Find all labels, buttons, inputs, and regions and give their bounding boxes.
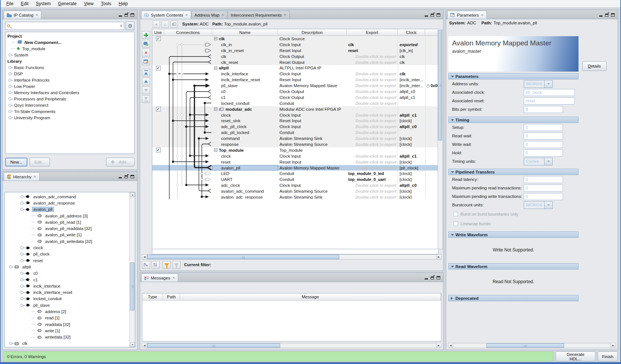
table-row[interactable]: clk_resetReset OutputDouble-click to exp… <box>152 59 438 65</box>
expander-icon[interactable] <box>20 272 23 275</box>
move-top-button[interactable] <box>142 69 150 76</box>
table-row[interactable]: locked_conduitConduitDouble-click to exp… <box>152 100 438 106</box>
hierarchy-item[interactable]: writedata [32] <box>5 334 135 340</box>
clock-cell[interactable]: altpll_c1 <box>398 95 425 100</box>
expander-icon[interactable] <box>9 110 11 113</box>
clock-cell[interactable]: [clock] <box>398 135 425 141</box>
table-row[interactable]: clockClock InputDouble-click to exportal… <box>152 112 438 118</box>
table-group-row[interactable]: ✓Top_moduleTop_module <box>152 147 438 153</box>
section-header-write-waveform[interactable]: Write Waveform <box>448 231 578 238</box>
export-cell[interactable]: Double-click to export <box>347 118 398 124</box>
module-view-button[interactable] <box>170 21 178 28</box>
section-header-parameters[interactable]: Parameters <box>448 73 578 79</box>
section-header-deprecated[interactable]: Deprecated <box>448 295 578 301</box>
library-item-tri-state-components[interactable]: Tri-State Components <box>6 108 134 114</box>
table-row[interactable]: responseAvalon Streaming SourceDouble-cl… <box>152 141 438 147</box>
add-component-button[interactable] <box>142 40 150 48</box>
expander-icon[interactable] <box>9 85 11 88</box>
export-cell[interactable]: reset <box>347 48 398 54</box>
clock-cell[interactable]: [clock] <box>398 159 425 165</box>
param-select[interactable]: WORDS <box>524 201 553 209</box>
expanded-arrow-icon[interactable] <box>451 266 454 268</box>
table-group-row[interactable]: ✓modular_adcModular ADC core Intel FPGA … <box>152 106 438 112</box>
expander-icon[interactable] <box>20 291 23 294</box>
parameters-hscrollbar[interactable]: ◀ ▶ <box>448 343 616 348</box>
tab-ip-catalog[interactable]: IP Catalog ✕ <box>4 11 41 19</box>
clock-cell[interactable]: clk <box>398 71 425 77</box>
maximize-icon[interactable] <box>130 175 134 178</box>
export-cell[interactable] <box>347 106 398 112</box>
clock-cell[interactable]: [clock] <box>398 171 425 176</box>
expander-icon[interactable] <box>9 72 11 75</box>
move-up-button[interactable] <box>142 78 150 85</box>
clock-cell[interactable]: altpll_c0 <box>398 89 425 95</box>
hierarchy-item[interactable]: c0 <box>5 270 135 277</box>
clock-cell[interactable] <box>398 65 425 71</box>
expander-icon[interactable] <box>9 54 11 56</box>
expanded-arrow-icon[interactable] <box>451 76 454 78</box>
export-cell[interactable] <box>347 65 398 71</box>
hierarchy-item[interactable]: pll_clock <box>5 251 135 257</box>
float-icon[interactable] <box>431 277 434 279</box>
param-checkbox-burst-on-burst-boundaries-only[interactable]: Burst on burst boundaries only <box>454 210 578 219</box>
close-icon[interactable]: ✕ <box>221 13 224 17</box>
column-header-name[interactable]: Name <box>212 29 278 35</box>
expander-icon[interactable] <box>20 253 23 255</box>
export-cell[interactable]: Double-click to export <box>347 100 398 106</box>
expander-icon[interactable] <box>20 246 23 249</box>
export-cell[interactable]: Double-click to export <box>347 71 398 77</box>
scroll-down-icon[interactable]: ▼ <box>130 342 135 347</box>
column-header-connections[interactable]: Connections <box>164 29 212 35</box>
clock-cell[interactable]: [clk_in] <box>398 48 425 54</box>
hierarchy-item[interactable]: avalon_pll_write [1] <box>5 232 135 238</box>
generate-hdl-button[interactable]: Generate HDL... <box>556 351 595 361</box>
hierarchy-item[interactable]: c1 <box>5 277 135 283</box>
section-header-timing[interactable]: Timing <box>448 117 578 123</box>
add-ip-button[interactable] <box>142 31 150 39</box>
expander-icon[interactable] <box>20 202 23 205</box>
clock-cell[interactable]: altpll_c1 <box>398 112 425 118</box>
minimize-icon[interactable] <box>599 16 603 17</box>
expanded-arrow-icon[interactable] <box>451 234 454 236</box>
menu-system[interactable]: System <box>33 0 54 7</box>
expander-icon[interactable] <box>20 259 23 262</box>
close-icon[interactable]: ✕ <box>284 13 286 17</box>
table-vscrollbar[interactable] <box>438 29 443 249</box>
param-field[interactable]: reset <box>524 97 575 104</box>
library-item-basic-functions[interactable]: Basic Functions <box>6 64 134 71</box>
search-settings-button[interactable]: ⚙ <box>126 21 135 30</box>
export-cell[interactable] <box>347 147 398 153</box>
messages-column-type[interactable]: Type <box>142 293 163 300</box>
float-icon[interactable] <box>125 14 128 17</box>
hierarchy-item[interactable]: avalon_pll_writedata [32] <box>5 238 135 244</box>
use-checkbox[interactable]: ✓ <box>156 36 161 41</box>
expander-icon[interactable] <box>9 116 11 119</box>
scroll-right-icon[interactable]: ▶ <box>436 255 441 259</box>
clock-cell[interactable] <box>398 130 425 135</box>
hierarchy-item[interactable]: avalon_pll <box>5 206 135 213</box>
export-cell[interactable]: Double-click to export <box>347 141 398 147</box>
clear-filter-button[interactable] <box>172 261 180 269</box>
filter-button[interactable] <box>163 261 171 269</box>
table-row[interactable]: adc_pll_clockClock InputDouble-click to … <box>152 124 438 130</box>
column-header-export[interactable]: Export <box>347 29 398 35</box>
chevron-down-icon[interactable] <box>544 80 553 88</box>
export-cell[interactable] <box>347 36 398 42</box>
float-icon[interactable] <box>431 14 434 17</box>
chevron-down-icon[interactable] <box>544 158 553 165</box>
minimize-icon[interactable] <box>425 16 428 17</box>
minimize-icon[interactable] <box>119 177 122 178</box>
export-cell[interactable]: top_module_0_uart <box>347 176 398 182</box>
hierarchy-item[interactable]: locked_conduit <box>5 296 135 302</box>
section-header-pipelined-transfers[interactable]: Pipelined Transfers <box>448 169 578 175</box>
menu-file[interactable]: File <box>3 0 17 7</box>
param-field[interactable]: 0 <box>524 141 563 148</box>
export-cell[interactable]: Double-click to export <box>347 54 398 59</box>
maximize-icon[interactable] <box>437 276 440 279</box>
clock-cell[interactable]: [clock] <box>398 118 425 124</box>
param-checkbox-linewrap-bursts[interactable]: Linewrap bursts <box>454 219 578 228</box>
clock-cell[interactable]: [inclk_inter... <box>398 83 425 89</box>
export-cell[interactable]: Double-click to export <box>347 159 398 165</box>
library-item-processors-and-peripherals[interactable]: Processors and Peripherals <box>6 96 134 102</box>
clock-cell[interactable]: exported <box>398 42 425 48</box>
